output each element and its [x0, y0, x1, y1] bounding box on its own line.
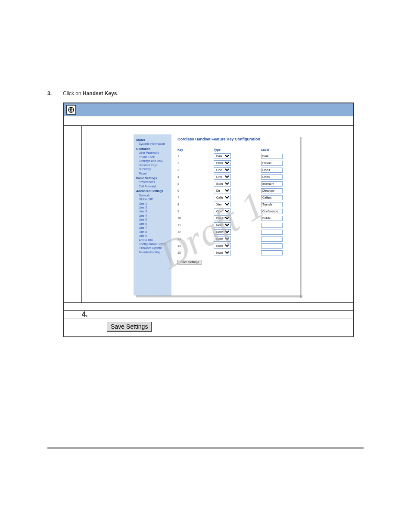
- table-row: 2PickUp: [177, 160, 296, 166]
- table-header: Key Type Label: [177, 148, 296, 151]
- table-row: 6Dir: [177, 187, 296, 194]
- sidebar: Status System Information Operation User…: [134, 134, 171, 296]
- key-number: 12: [177, 230, 214, 233]
- type-select[interactable]: Icom: [214, 181, 231, 187]
- label-input[interactable]: [261, 236, 283, 242]
- sidebar-item-fwupdate[interactable]: Firmware Update: [136, 246, 169, 250]
- label-input[interactable]: [261, 174, 283, 180]
- sidebar-item-troubleshoot[interactable]: Troubleshooting: [136, 250, 169, 254]
- sidebar-item-line7[interactable]: Line 7: [136, 226, 169, 230]
- table-row: 9Conf: [177, 208, 296, 215]
- step-3: 3. Click on Handset Keys.: [47, 90, 364, 96]
- label-input[interactable]: [261, 202, 283, 207]
- page-footer: [47, 448, 364, 465]
- embedded-config-window: Status System Information Operation User…: [134, 134, 300, 296]
- sidebar-item-userpw[interactable]: User Password: [136, 151, 169, 155]
- label-input[interactable]: [261, 168, 283, 173]
- key-number: 4: [177, 175, 214, 178]
- sidebar-item-line8[interactable]: Line 8: [136, 230, 169, 234]
- sidebar-item-actionuri[interactable]: Action URI: [136, 238, 169, 242]
- save-settings-button[interactable]: Save Settings: [107, 322, 152, 332]
- type-select[interactable]: Callers: [214, 195, 231, 200]
- table-row: 1Park: [177, 153, 296, 159]
- left-margin-col: [64, 126, 82, 302]
- sidebar-item-sysinfo[interactable]: System Information: [136, 142, 169, 146]
- sidebar-item-phonelock[interactable]: Phone Lock: [136, 155, 169, 159]
- table-row: 11None: [177, 222, 296, 228]
- table-row: 8Xfer: [177, 201, 296, 208]
- label-input[interactable]: [261, 154, 283, 159]
- type-select[interactable]: Park: [214, 153, 231, 159]
- type-select[interactable]: Line 4: [214, 174, 231, 180]
- key-number: 3: [177, 168, 214, 171]
- key-number: 7: [177, 196, 214, 199]
- sidebar-item-line1[interactable]: Line 1: [136, 202, 169, 205]
- type-select[interactable]: Public: [214, 215, 231, 221]
- label-input[interactable]: [261, 243, 283, 249]
- divider-row-1: [64, 302, 353, 310]
- sidebar-item-line5[interactable]: Line 5: [136, 218, 169, 221]
- sidebar-item-line6[interactable]: Line 6: [136, 222, 169, 226]
- page-header: [47, 39, 364, 73]
- sidebar-item-line4[interactable]: Line 4: [136, 214, 169, 218]
- type-select[interactable]: Dir: [214, 188, 231, 193]
- label-input[interactable]: [261, 161, 283, 166]
- content-area: Cordless Handset Feature Key Configurati…: [171, 134, 300, 296]
- hdr-key: Key: [177, 148, 214, 151]
- table-row: 5Icom: [177, 180, 296, 187]
- key-number: 5: [177, 182, 214, 185]
- type-select[interactable]: Line 3: [214, 167, 231, 173]
- sub-banner: [64, 116, 353, 126]
- label-input[interactable]: [261, 223, 283, 228]
- label-input[interactable]: [261, 250, 283, 255]
- table-row: 12None: [177, 229, 296, 235]
- sidebar-cat-operation: Operation: [136, 147, 169, 151]
- sidebar-item-line2[interactable]: Line 2: [136, 205, 169, 209]
- divider-row-2: 4.: [64, 310, 353, 318]
- table-row: 14None: [177, 243, 296, 249]
- sidebar-item-line3[interactable]: Line 3: [136, 209, 169, 213]
- type-select[interactable]: Conf: [214, 208, 231, 214]
- label-input[interactable]: [261, 209, 283, 214]
- key-number: 9: [177, 210, 214, 213]
- type-select[interactable]: None: [214, 222, 231, 228]
- type-select[interactable]: None: [214, 229, 231, 235]
- table-row: 4Line 4: [177, 174, 296, 180]
- label-input[interactable]: [261, 216, 283, 221]
- key-number: 13: [177, 237, 214, 240]
- key-number: 11: [177, 224, 214, 227]
- type-select[interactable]: None: [214, 236, 231, 242]
- shadow-right: [300, 137, 302, 298]
- step-bold: Handset Keys: [83, 90, 117, 96]
- web-ui-frame: Status System Information Operation User…: [63, 103, 354, 337]
- sidebar-cat-basic: Basic Settings: [136, 176, 169, 180]
- sidebar-item-directory[interactable]: Directory: [136, 167, 169, 171]
- step-num: 3.: [47, 90, 63, 96]
- sidebar-item-callfwd[interactable]: Call Forward: [136, 184, 169, 188]
- banner: [64, 103, 353, 116]
- table-row: 7Callers: [177, 194, 296, 201]
- type-select[interactable]: None: [214, 250, 231, 255]
- label-input[interactable]: [261, 230, 283, 235]
- type-select[interactable]: Xfer: [214, 202, 231, 207]
- globe-icon: [66, 105, 76, 115]
- sidebar-item-line9[interactable]: Line 9: [136, 234, 169, 238]
- sidebar-item-configserver[interactable]: Configuration Server: [136, 242, 169, 246]
- label-input[interactable]: [261, 181, 283, 187]
- label-input[interactable]: [261, 188, 283, 193]
- shadow-bottom: [136, 296, 302, 298]
- inner-save-button[interactable]: Save Settings: [177, 260, 202, 264]
- key-number: 14: [177, 244, 214, 247]
- sidebar-item-softkeys[interactable]: Softkeys and XML: [136, 159, 169, 163]
- step-num: 4.: [82, 311, 107, 318]
- type-select[interactable]: None: [214, 243, 231, 249]
- key-number: 1: [177, 155, 214, 158]
- key-number: 15: [177, 251, 214, 254]
- label-input[interactable]: [261, 195, 283, 200]
- type-select[interactable]: PickUp: [214, 160, 231, 166]
- sidebar-item-reset[interactable]: Reset: [136, 171, 169, 175]
- sidebar-item-prefs[interactable]: Preferences: [136, 180, 169, 184]
- sidebar-item-globalsip[interactable]: Global SIP: [136, 197, 169, 201]
- sidebar-item-handsetkeys[interactable]: Handset Keys: [136, 163, 169, 167]
- sidebar-item-network[interactable]: Network: [136, 193, 169, 197]
